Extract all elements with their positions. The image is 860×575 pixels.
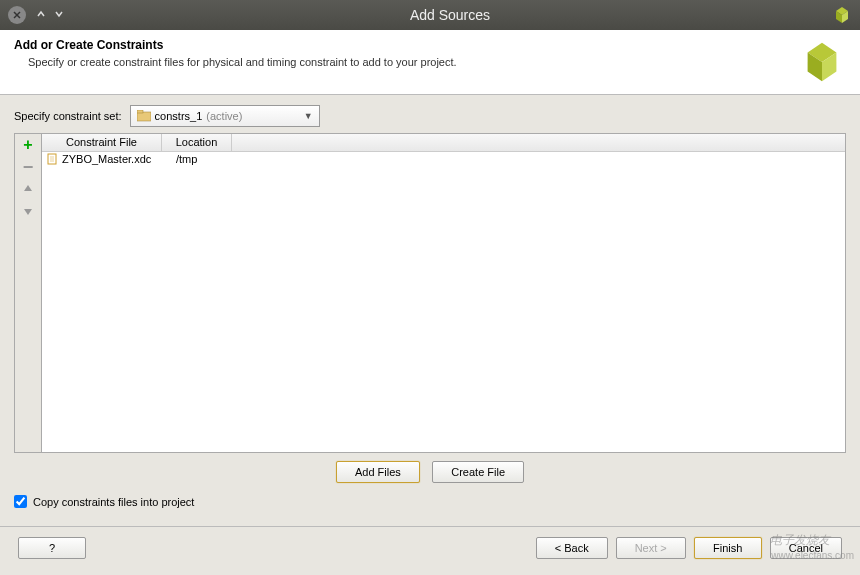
column-header-file[interactable]: Constraint File <box>42 134 162 151</box>
row-location: /tmp <box>176 153 246 165</box>
finish-button[interactable]: Finish <box>694 537 762 559</box>
file-list: Constraint File Location ZYBO_Master.xdc… <box>41 134 845 452</box>
chevron-up-icon[interactable] <box>32 8 50 22</box>
vivado-logo-icon <box>798 38 846 86</box>
constraint-set-value: constrs_1(active) <box>155 110 304 122</box>
page-title: Add or Create Constraints <box>14 38 798 52</box>
column-header-location[interactable]: Location <box>162 134 232 151</box>
folder-icon <box>137 110 151 122</box>
dropdown-arrow-icon: ▼ <box>304 111 313 121</box>
svg-rect-8 <box>137 112 151 121</box>
footer: ? < Back Next > Finish Cancel <box>0 526 860 569</box>
svg-marker-10 <box>24 185 32 191</box>
next-button: Next > <box>616 537 686 559</box>
constraint-set-label: Specify constraint set: <box>14 110 122 122</box>
add-icon[interactable]: + <box>19 136 37 154</box>
window-title: Add Sources <box>68 7 832 23</box>
file-toolbar: + − <box>15 134 41 452</box>
row-filename: ZYBO_Master.xdc <box>62 153 176 165</box>
copy-files-label: Copy constraints files into project <box>33 496 194 508</box>
titlebar: Add Sources <box>0 0 860 30</box>
move-up-icon[interactable] <box>19 180 37 198</box>
header-section: Add or Create Constraints Specify or cre… <box>0 30 860 95</box>
page-description: Specify or create constraint files for p… <box>14 56 798 68</box>
close-icon[interactable] <box>8 6 26 24</box>
move-down-icon[interactable] <box>19 202 37 220</box>
list-header: Constraint File Location <box>42 134 845 152</box>
chevron-down-icon[interactable] <box>50 8 68 22</box>
file-icon <box>46 153 60 165</box>
create-file-button[interactable]: Create File <box>432 461 524 483</box>
svg-marker-11 <box>24 209 32 215</box>
help-button[interactable]: ? <box>18 537 86 559</box>
add-files-button[interactable]: Add Files <box>336 461 420 483</box>
remove-icon[interactable]: − <box>19 158 37 176</box>
constraint-set-dropdown[interactable]: constrs_1(active) ▼ <box>130 105 320 127</box>
app-logo-icon <box>832 5 852 25</box>
file-list-area: + − Constraint File Location ZYBO_Master… <box>14 133 846 453</box>
copy-files-checkbox[interactable] <box>14 495 27 508</box>
table-row[interactable]: ZYBO_Master.xdc /tmp <box>42 152 845 166</box>
cancel-button[interactable]: Cancel <box>770 537 842 559</box>
back-button[interactable]: < Back <box>536 537 608 559</box>
svg-rect-9 <box>137 110 143 113</box>
